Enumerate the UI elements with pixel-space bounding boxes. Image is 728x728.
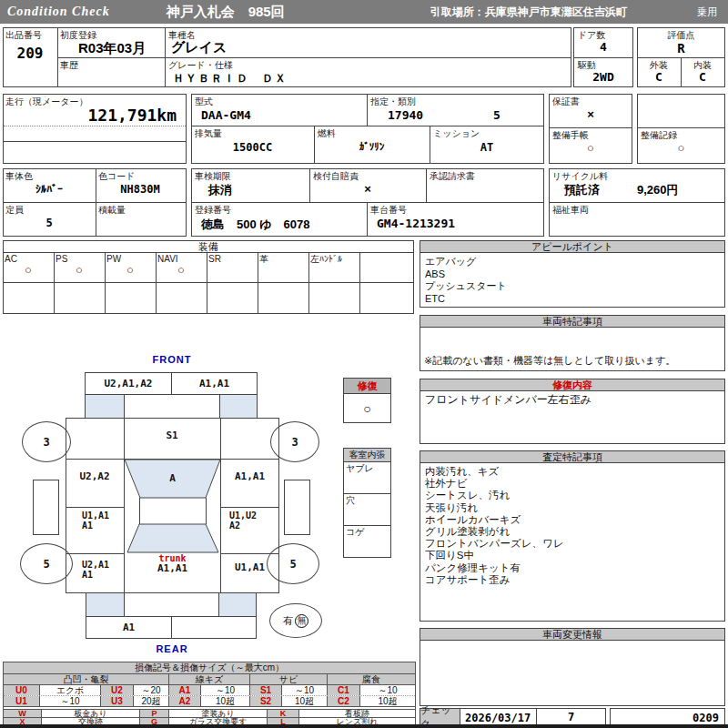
chassis-label: 車台番号 bbox=[370, 205, 407, 215]
zone-door-front-left: U2,A2 bbox=[66, 470, 124, 482]
legend-code: A1 bbox=[169, 685, 201, 695]
interior-value: C bbox=[682, 70, 723, 84]
rear-label: REAR bbox=[144, 643, 200, 654]
model-cell: 車種名 グレイス グレード・仕様 ＨＹＢＲＩＤ ＤＸ bbox=[166, 28, 571, 86]
displacement-label: 排気量 bbox=[195, 128, 222, 138]
rear-corner-right bbox=[218, 592, 257, 617]
insurance-cell: 検付自賠責 × bbox=[310, 169, 427, 202]
reg-no-value: 徳島 500 ゆ 6078 bbox=[201, 217, 310, 233]
assessment-line: 内装汚れ、キズ bbox=[425, 466, 724, 478]
transmission-cell: ミッション AT bbox=[430, 126, 543, 163]
history-cell: 車歴 bbox=[58, 58, 165, 86]
welfare-cell: 福祉車両 bbox=[550, 203, 724, 236]
zone-text: A2 bbox=[229, 521, 240, 531]
brand-logo: Condition Check bbox=[7, 5, 110, 19]
vehicle-category: 乗用 bbox=[697, 5, 717, 19]
color-code-cell: 色コード NH830M bbox=[96, 169, 186, 202]
assessment-line: 社外ナビ bbox=[425, 478, 724, 490]
appeal-title: アピールポイント bbox=[420, 241, 724, 253]
maintenance-book-mark: ○ bbox=[550, 141, 632, 155]
assessment-line: 天張り汚れ bbox=[425, 502, 724, 514]
registration-box: 車検期限 抹消 検付自賠責 × 承認請求書 登録番号 徳島 500 ゆ 6078… bbox=[191, 168, 544, 237]
score-label: 評価点 bbox=[638, 30, 724, 40]
type-class-cell: 指定・類別 17940 5 bbox=[368, 95, 543, 126]
history-label: 車歴 bbox=[60, 60, 78, 70]
transmission-label: ミッション bbox=[433, 128, 480, 138]
repair-flag-mark: ○ bbox=[344, 394, 390, 422]
model-upper: 車種名 グレイス bbox=[166, 28, 571, 58]
inspection-value: 抹消 bbox=[208, 182, 232, 198]
change-info-title: 車両変更情報 bbox=[420, 629, 724, 641]
wheel-rear-right: 5 bbox=[267, 543, 319, 584]
first-reg-value: R03年03月 bbox=[78, 40, 146, 57]
doors-label: ドア数 bbox=[578, 30, 605, 40]
rear-corner-left bbox=[86, 592, 125, 617]
record-box: 整備記録 ○ bbox=[637, 94, 725, 164]
equip-cell-ps: PS ○ bbox=[55, 253, 106, 282]
rocker-left bbox=[33, 480, 59, 535]
legend-code: U3 bbox=[101, 696, 134, 706]
zone-door-front-right: A1,A1 bbox=[220, 470, 279, 482]
vehicle-notes-section: 車両特記事項 ※記載のない書類・機器等は無しとして取り扱います。 bbox=[420, 315, 725, 371]
maintenance-book-label: 整備手帳 bbox=[552, 130, 589, 140]
appeal-section: アピールポイント エアバッグ ABS プッシュスタート ETC bbox=[420, 240, 725, 308]
assessment-line: パンク修理キット有 bbox=[425, 562, 724, 574]
inspection-cell: 車検期限 抹消 bbox=[192, 169, 310, 202]
legend-code: S2 bbox=[250, 696, 282, 706]
assessment-section: 査定特記事項 内装汚れ、キズ 社外ナビ シートスレ、汚れ 天張り汚れ ホイールカ… bbox=[420, 450, 725, 622]
drive-cell: 駆動 2WD bbox=[574, 58, 632, 86]
zone-quarter-left: U2,A1A1 bbox=[82, 561, 109, 580]
front-label: FRONT bbox=[144, 354, 200, 365]
insurance-label: 検付自賠責 bbox=[313, 171, 359, 181]
maintenance-record-mark: ○ bbox=[638, 141, 724, 155]
displacement-value: 1500CC bbox=[192, 141, 313, 154]
front-bumper: U2,A1,A2 A1,A1 bbox=[85, 372, 258, 395]
legend-code: U1 bbox=[4, 696, 40, 706]
mileage-value: 121,791km bbox=[4, 106, 177, 125]
spare-circled-value: 無 bbox=[295, 614, 308, 628]
body-color-label: 車体色 bbox=[5, 171, 33, 181]
inspection-label: 車検期限 bbox=[195, 171, 231, 181]
lot-label: 出品番号 bbox=[5, 30, 42, 40]
wheel-front-right: 3 bbox=[270, 421, 319, 462]
legend-row-3: W 板金あり P 塗装あり K 看板跡 bbox=[4, 709, 415, 717]
divider bbox=[66, 553, 124, 554]
front-fender-left bbox=[85, 394, 125, 419]
model-name-value: グレイス bbox=[171, 39, 227, 56]
ext-int-row: 外装 C 内装 C bbox=[638, 58, 724, 86]
assessment-title: 査定特記事項 bbox=[420, 451, 724, 463]
engine-upper-row: 型式 DAA-GM4 指定・類別 17940 5 bbox=[192, 95, 543, 126]
color-box: 車体色 ｼﾙﾊﾞｰ 色コード NH830M 定員 5 積載量 bbox=[3, 168, 187, 237]
legend-code: C2 bbox=[328, 696, 360, 706]
equip-cell-navi: NAVI ○ bbox=[157, 253, 207, 282]
wheel-rear-left: 5 bbox=[20, 543, 73, 584]
type-class: 5 bbox=[493, 108, 500, 122]
legend-value: ～10 bbox=[282, 685, 328, 695]
maintenance-record-label: 整備記録 bbox=[641, 130, 677, 140]
legend-value: 20超 bbox=[134, 696, 169, 706]
header-bar: Condition Check 神戸入札会 985回 引取場所：兵庫県神戸市東灘… bbox=[0, 0, 728, 24]
equip-cell-pw: PW ○ bbox=[106, 253, 157, 282]
vehicle-notes-note: ※記載のない書類・機器等は無しとして取り扱います。 bbox=[424, 354, 675, 368]
equip-empty bbox=[360, 283, 413, 313]
appeal-line: エアバッグ bbox=[425, 256, 724, 268]
check-box: チェック 2026/03/17 7 bbox=[420, 708, 606, 725]
lot-cell: 出品番号 209 bbox=[4, 28, 58, 86]
doors-value: 4 bbox=[574, 40, 632, 54]
zone-trunk: trunk A1,A1 bbox=[124, 554, 221, 574]
repair-flag-box: 修復 ○ bbox=[343, 378, 391, 423]
interior-label: 内装 bbox=[682, 60, 723, 70]
equip-cell-ac: AC ○ bbox=[4, 253, 55, 282]
equip-empty bbox=[157, 283, 207, 313]
interior-cell: 内装 C bbox=[682, 58, 724, 86]
zone-text: A1 bbox=[82, 521, 93, 531]
displacement-cell: 排気量 1500CC bbox=[192, 126, 315, 163]
insurance-mark: × bbox=[310, 182, 425, 196]
warranty-box: 保証書 × 整備手帳 ○ bbox=[549, 94, 632, 164]
warranty-cell: 保証書 × bbox=[550, 95, 632, 128]
zone-text: U1,A1 bbox=[82, 511, 109, 521]
repair-flag-title: 修復 bbox=[344, 379, 390, 394]
chassis-cell: 車台番号 GM4-1213291 bbox=[368, 203, 543, 236]
recycle-fee: 9,260円 bbox=[637, 182, 679, 198]
equip-empty bbox=[106, 283, 157, 313]
